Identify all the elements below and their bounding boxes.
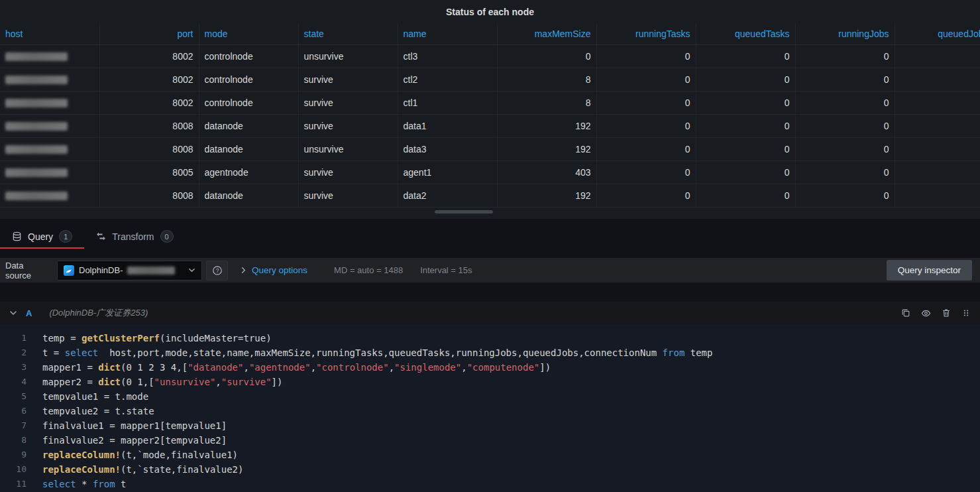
- column-header-runningTasks[interactable]: runningTasks: [596, 24, 696, 44]
- datasource-picker[interactable]: DolphinDB-: [57, 261, 202, 280]
- code-text: mapper2 = dict(0 1,["unsurvive","survive…: [42, 375, 282, 389]
- tab-query-label: Query: [28, 231, 53, 242]
- cell-runningJobs: 0: [795, 137, 895, 160]
- cell-maxMemSize: 192: [497, 184, 596, 207]
- tab-transform[interactable]: Transform 0: [84, 224, 185, 249]
- code-lines: 1temp = getClusterPerf(includeMaster=tru…: [0, 331, 980, 491]
- host-cell: [0, 160, 99, 184]
- redacted-host-value: [5, 192, 68, 200]
- dolphindb-logo-icon: [64, 265, 74, 276]
- help-circle-icon: ?: [212, 265, 223, 276]
- code-text: replaceColumn!(t,`state,finalvalue2): [42, 462, 243, 477]
- code-line-6[interactable]: 6tempvalue2 = t.state: [0, 404, 980, 418]
- code-line-4[interactable]: 4mapper2 = dict(0 1,["unsurvive","surviv…: [0, 375, 980, 389]
- cell-runningJobs: 0: [795, 44, 895, 68]
- max-data-points-text: MD = auto = 1488: [334, 265, 403, 275]
- line-number: 11: [0, 477, 42, 491]
- host-cell: [0, 114, 99, 137]
- line-number: 8: [0, 433, 42, 448]
- cell-name: data2: [398, 184, 497, 207]
- cell-port: 8002: [99, 91, 199, 114]
- query-datasource-note: (DolphinDB-广发证券253): [49, 307, 148, 319]
- code-line-10[interactable]: 10replaceColumn!(t,`state,finalvalue2): [0, 462, 980, 477]
- code-line-2[interactable]: 2t = select host,port,mode,state,name,ma…: [0, 345, 980, 360]
- cell-name: data3: [398, 137, 497, 160]
- column-header-queuedJobs[interactable]: queuedJobs: [895, 24, 980, 44]
- hide-query-button[interactable]: [921, 308, 931, 318]
- table-scrollbar-thumb[interactable]: [435, 210, 493, 214]
- table-row: 8008datanodesurvivedata2192000: [0, 184, 980, 207]
- tab-query[interactable]: Query 1: [0, 224, 84, 249]
- query-inspector-button[interactable]: Query inspector: [887, 260, 972, 280]
- column-header-runningJobs[interactable]: runningJobs: [795, 24, 895, 44]
- transform-icon: [96, 231, 106, 241]
- cell-queuedTasks: 0: [696, 184, 795, 207]
- table-row: 8002controlnodesurvivectl28000: [0, 68, 980, 91]
- cell-runningTasks: 0: [596, 68, 696, 91]
- code-text: mapper1 = dict(0 1 2 3 4,["datanode","ag…: [42, 360, 551, 375]
- table-row: 8002controlnodeunsurvivectl30000: [0, 44, 980, 68]
- cell-maxMemSize: 8: [497, 91, 596, 114]
- host-cell: [0, 184, 99, 207]
- query-count-badge: 1: [59, 230, 72, 243]
- cell-port: 8005: [99, 160, 199, 184]
- code-editor[interactable]: 1temp = getClusterPerf(includeMaster=tru…: [0, 324, 980, 492]
- code-line-9[interactable]: 9replaceColumn!(t,`mode,finalvalue1): [0, 448, 980, 462]
- column-header-queuedTasks[interactable]: queuedTasks: [696, 24, 795, 44]
- column-header-state[interactable]: state: [298, 24, 398, 44]
- line-number: 6: [0, 404, 42, 418]
- column-header-port[interactable]: port: [99, 24, 199, 44]
- column-header-mode[interactable]: mode: [199, 24, 298, 44]
- cell-port: 8008: [99, 137, 199, 160]
- column-header-maxMemSize[interactable]: maxMemSize: [497, 24, 596, 44]
- column-header-name[interactable]: name: [398, 24, 497, 44]
- cell-mode: agentnode: [199, 160, 298, 184]
- cell-name: data1: [398, 114, 497, 137]
- table-row: 8008datanodesurvivedata1192000: [0, 114, 980, 137]
- chevron-down-icon: [188, 267, 195, 274]
- cell-port: 8008: [99, 114, 199, 137]
- cell-queuedJobs: [895, 44, 980, 68]
- cell-runningJobs: 0: [795, 91, 895, 114]
- query-row-header[interactable]: A (DolphinDB-广发证券253): [0, 302, 980, 324]
- cell-queuedTasks: 0: [696, 137, 795, 160]
- cell-runningTasks: 0: [596, 160, 696, 184]
- code-line-11[interactable]: 11select * from t: [0, 477, 980, 491]
- duplicate-query-button[interactable]: [901, 308, 910, 318]
- table-scrollbar-track: [0, 210, 980, 214]
- query-ref-id: A: [26, 308, 32, 318]
- cell-queuedJobs: [895, 184, 980, 207]
- panel-title[interactable]: Status of each node: [0, 0, 980, 24]
- datasource-label: Data source: [5, 261, 51, 280]
- redacted-host-value: [5, 168, 68, 177]
- cell-runningTasks: 0: [596, 91, 696, 114]
- code-text: replaceColumn!(t,`mode,finalvalue1): [42, 448, 238, 462]
- cell-mode: controlnode: [199, 44, 298, 68]
- host-cell: [0, 44, 99, 68]
- line-number: 5: [0, 389, 42, 404]
- cell-mode: datanode: [199, 137, 298, 160]
- query-options-toggle[interactable]: Query options: [252, 265, 307, 275]
- code-line-1[interactable]: 1temp = getClusterPerf(includeMaster=tru…: [0, 331, 980, 345]
- code-line-5[interactable]: 5tempvalue1 = t.mode: [0, 389, 980, 404]
- code-text: tempvalue2 = t.state: [42, 404, 154, 418]
- cell-name: agent1: [398, 160, 497, 184]
- code-line-7[interactable]: 7finalvalue1 = mapper1[tempvalue1]: [0, 418, 980, 433]
- code-line-3[interactable]: 3mapper1 = dict(0 1 2 3 4,["datanode","a…: [0, 360, 980, 375]
- cell-state: unsurvive: [298, 137, 398, 160]
- delete-query-button[interactable]: [942, 308, 951, 318]
- datasource-help-button[interactable]: ?: [206, 261, 228, 280]
- cell-queuedJobs: [895, 91, 980, 114]
- cell-runningTasks: 0: [596, 137, 696, 160]
- table-row: 8002controlnodesurvivectl18000: [0, 91, 980, 114]
- line-number: 7: [0, 418, 42, 433]
- redacted-host-value: [5, 145, 68, 154]
- code-line-8[interactable]: 8finalvalue2 = mapper2[tempvalue2]: [0, 433, 980, 448]
- code-text: select * from t: [42, 477, 126, 491]
- cell-mode: datanode: [199, 114, 298, 137]
- database-icon: [12, 231, 22, 241]
- collapse-chevron-icon[interactable]: [9, 309, 17, 317]
- cell-runningJobs: 0: [795, 114, 895, 137]
- drag-handle-icon[interactable]: [961, 308, 971, 318]
- column-header-host[interactable]: host: [0, 24, 99, 44]
